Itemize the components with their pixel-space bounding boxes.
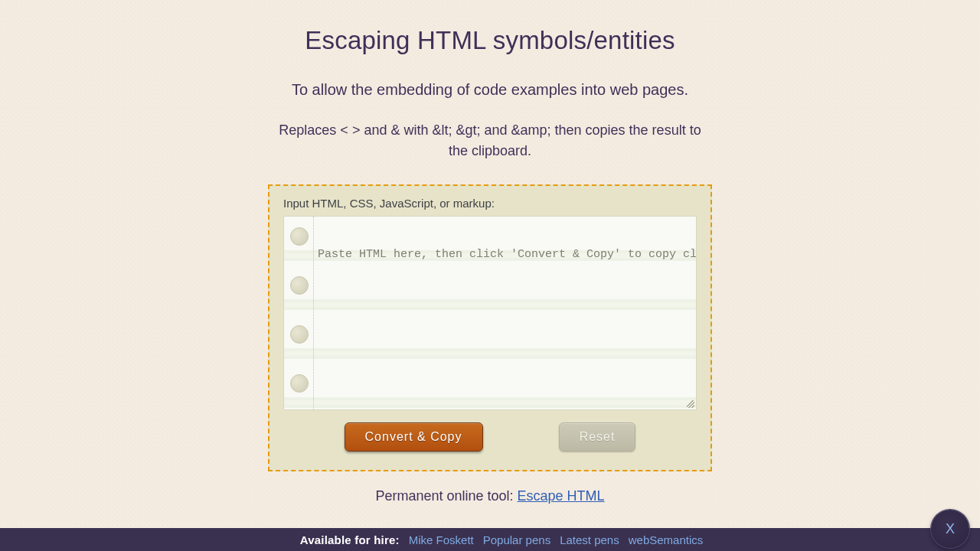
code-input[interactable] (284, 217, 696, 409)
footer-bar: Available for hire: Mike Foskett Popular… (0, 528, 980, 551)
page-title: Escaping HTML symbols/entities (268, 26, 712, 55)
footer-link-latest-pens[interactable]: Latest pens (560, 533, 619, 546)
permalink-prefix: Permanent online tool: (375, 488, 517, 504)
footer-link-popular-pens[interactable]: Popular pens (483, 533, 550, 546)
permalink-line: Permanent online tool: Escape HTML (268, 488, 712, 504)
close-footer-button[interactable]: X (931, 510, 969, 548)
textarea-container (283, 216, 697, 410)
explain-text: Replaces < > and & with &lt; &gt; and &a… (268, 120, 712, 161)
footer-link-mike-foskett[interactable]: Mike Foskett (409, 533, 474, 546)
close-icon: X (946, 521, 955, 537)
permalink-link[interactable]: Escape HTML (518, 488, 605, 504)
reset-button[interactable]: Reset (559, 422, 636, 452)
footer-lead: Available for hire: (300, 533, 400, 546)
input-label: Input HTML, CSS, JavaScript, or markup: (283, 197, 697, 210)
converter-panel: Input HTML, CSS, JavaScript, or markup: … (268, 184, 712, 471)
tagline-text: To allow the embedding of code examples … (268, 81, 712, 99)
footer-link-websemantics[interactable]: webSemantics (629, 533, 704, 546)
convert-copy-button[interactable]: Convert & Copy (345, 422, 483, 452)
